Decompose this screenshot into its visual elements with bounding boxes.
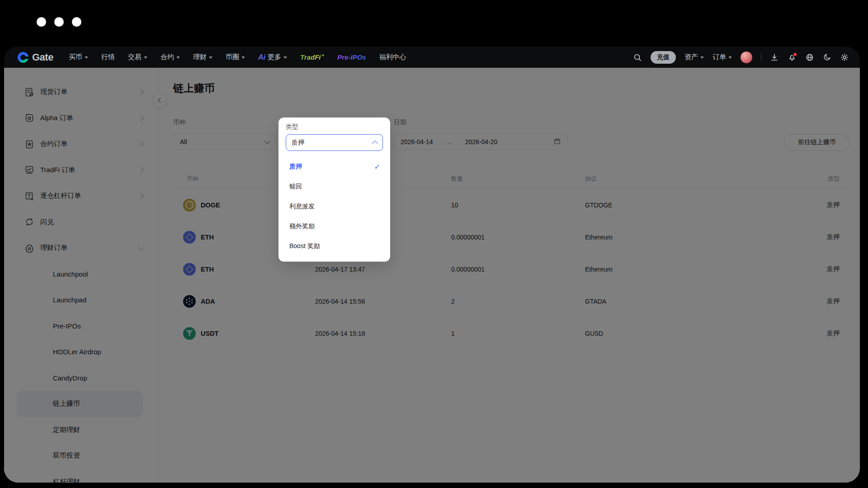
gate-logo-text: Gate	[32, 52, 53, 63]
type-option[interactable]: 利息派发 ✓	[286, 197, 383, 216]
caret-down-icon	[283, 56, 287, 59]
user-avatar[interactable]	[741, 52, 752, 63]
top-navbar: Gate 买币 行情 交	[4, 47, 860, 68]
dark-mode-moon-icon[interactable]	[823, 53, 831, 61]
nav-menu-item[interactable]: 行情	[101, 53, 115, 61]
nav-menu-item[interactable]: 买币	[69, 53, 88, 61]
divider	[761, 53, 761, 61]
type-option[interactable]: Boost 奖励 ✓	[286, 236, 383, 256]
nav-menu: 买币 行情 交易	[69, 53, 406, 61]
caret-down-icon	[176, 56, 180, 59]
assets-menu[interactable]: 资产	[684, 53, 704, 61]
download-app-icon[interactable]	[770, 53, 779, 62]
page-content: 现货订单 Alpha 订单	[4, 68, 860, 483]
navbar-right: 充值 资产 订单	[633, 51, 849, 64]
notification-dot	[793, 52, 797, 57]
type-filter-select[interactable]: 质押	[286, 134, 383, 151]
traffic-dot[interactable]	[72, 17, 81, 27]
nav-menu-item[interactable]: 合约	[160, 53, 180, 61]
caret-down-icon	[728, 56, 732, 59]
nav-menu-item[interactable]: 币圈	[226, 53, 245, 61]
caret-down-icon	[209, 56, 212, 59]
chevron-up-icon	[372, 141, 378, 146]
caret-down-icon	[700, 56, 704, 59]
check-icon: ✓	[374, 163, 380, 171]
nav-menu-item[interactable]: 理财	[193, 53, 212, 61]
type-option[interactable]: 赎回 ✓	[286, 177, 383, 197]
nav-menu-item[interactable]: Pre-IPOs	[337, 53, 366, 61]
modal-dim-overlay[interactable]	[4, 68, 860, 483]
search-icon[interactable]	[633, 53, 642, 62]
orders-menu[interactable]: 订单	[712, 53, 732, 61]
type-options-list: 质押 ✓ 赎回 ✓ 利息派发 ✓	[286, 157, 383, 256]
window-traffic-dots	[37, 17, 81, 27]
nav-menu-item[interactable]: 交易	[128, 53, 147, 61]
traffic-dot[interactable]	[54, 17, 64, 27]
language-globe-icon[interactable]	[805, 53, 814, 62]
type-option[interactable]: 质押 ✓	[286, 157, 383, 177]
caret-down-icon	[144, 56, 147, 59]
caret-down-icon	[85, 56, 88, 59]
nav-menu-item[interactable]: Ai 更多	[258, 53, 287, 61]
ai-icon: Ai	[258, 53, 265, 61]
type-option[interactable]: 额外奖励 ✓	[286, 216, 383, 236]
gate-logo[interactable]: Gate	[18, 52, 53, 63]
deposit-button[interactable]: 充值	[651, 51, 676, 64]
nav-menu-item[interactable]: 福利中心	[379, 53, 406, 61]
app-window: Gate 买币 行情 交	[4, 47, 860, 483]
type-filter-label: 类型	[286, 123, 383, 131]
traffic-dot[interactable]	[37, 17, 46, 27]
gate-logo-icon	[18, 52, 28, 63]
settings-gear-icon[interactable]	[840, 53, 849, 62]
caret-down-icon	[241, 56, 245, 59]
notifications-bell-icon[interactable]	[788, 53, 797, 62]
nav-menu-item[interactable]: TradFi +	[300, 53, 324, 61]
type-filter-dropdown-panel: 类型 质押 质押 ✓ 赎回 ✓	[278, 117, 390, 262]
